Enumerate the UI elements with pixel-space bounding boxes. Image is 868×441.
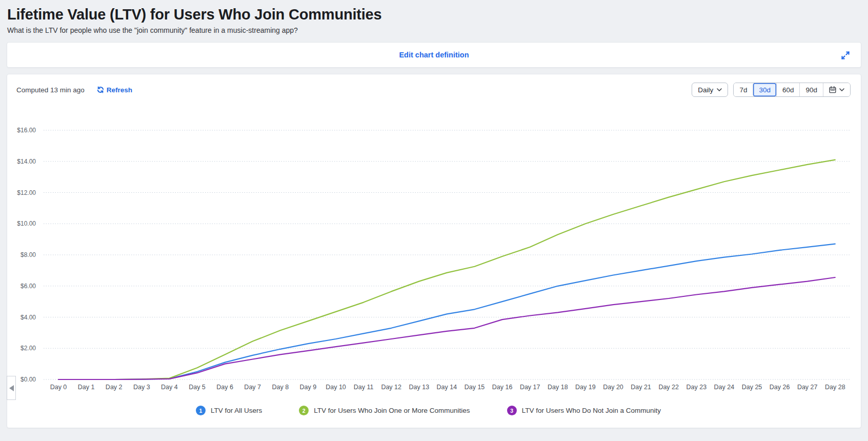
edit-chart-definition-link[interactable]: Edit chart definition [399,51,469,59]
svg-text:$10.00: $10.00 [17,220,36,227]
svg-text:$16.00: $16.00 [17,127,36,134]
svg-text:Day 7: Day 7 [244,384,261,391]
svg-text:Day 15: Day 15 [465,384,485,391]
svg-text:Day 4: Day 4 [161,384,178,391]
chevron-down-icon [839,88,844,91]
refresh-label: Refresh [107,86,132,94]
chart-header: Computed 13 min ago Refresh Daily [16,83,851,97]
chart-status: Computed 13 min ago Refresh [16,86,132,94]
page: Lifetime Value (LTV) for Users Who Join … [0,6,868,441]
legend-label: LTV for Users Who Do Not Join a Communit… [522,407,661,414]
svg-text:Day 1: Day 1 [78,384,95,391]
svg-text:Day 2: Day 2 [106,384,123,391]
svg-text:Day 19: Day 19 [575,384,596,391]
svg-text:Day 23: Day 23 [686,384,706,391]
svg-text:Day 14: Day 14 [437,384,457,391]
range-60d-button[interactable]: 60d [776,83,800,96]
chart-legend: 1 LTV for All Users 2 LTV for Users Who … [196,406,661,415]
legend-label: LTV for All Users [211,407,262,414]
date-range-picker: 7d 30d 60d 90d [733,83,851,97]
svg-text:Day 18: Day 18 [548,384,568,391]
svg-text:Day 27: Day 27 [797,384,818,391]
svg-text:Day 6: Day 6 [216,384,233,391]
granularity-dropdown[interactable]: Daily [692,83,728,97]
svg-text:$0.00: $0.00 [21,376,36,383]
expand-chart-button[interactable] [840,50,851,61]
legend-item-all-users[interactable]: 1 LTV for All Users [196,406,262,415]
svg-text:$6.00: $6.00 [21,283,36,290]
svg-text:Day 11: Day 11 [354,384,374,391]
svg-text:$8.00: $8.00 [21,251,36,258]
refresh-icon [97,86,104,93]
svg-text:Day 0: Day 0 [50,384,67,391]
svg-text:$2.00: $2.00 [21,345,36,352]
ltv-line-chart: $16.00$14.00$12.00$10.00$8.00$6.00$4.00$… [7,74,861,429]
svg-text:Day 17: Day 17 [520,384,540,391]
svg-text:$4.00: $4.00 [21,314,36,321]
svg-text:Day 16: Day 16 [492,384,513,391]
svg-text:Day 13: Day 13 [409,384,429,391]
svg-text:Day 21: Day 21 [631,384,651,391]
granularity-value: Daily [698,86,713,94]
svg-text:Day 12: Day 12 [381,384,401,391]
range-7d-button[interactable]: 7d [734,83,753,96]
legend-label: LTV for Users Who Join One or More Commu… [314,407,470,414]
chart-controls: Daily 7d 30d 60d 90d [692,83,851,97]
legend-item-joiners[interactable]: 2 LTV for Users Who Join One or More Com… [299,406,470,415]
series-3-badge: 3 [507,406,517,415]
svg-text:$12.00: $12.00 [17,189,36,196]
svg-text:Day 28: Day 28 [825,384,845,391]
svg-text:Day 9: Day 9 [300,384,317,391]
page-title: Lifetime Value (LTV) for Users Who Join … [7,6,861,23]
chart-card: $16.00$14.00$12.00$10.00$8.00$6.00$4.00$… [7,74,861,428]
svg-text:Day 5: Day 5 [189,384,206,391]
svg-text:Day 20: Day 20 [603,384,623,391]
range-90d-button[interactable]: 90d [799,83,823,96]
series-2-badge: 2 [299,406,309,415]
svg-text:Day 22: Day 22 [658,384,679,391]
svg-text:Day 24: Day 24 [714,384,735,391]
collapse-panel-handle[interactable] [7,376,16,400]
legend-item-non-joiners[interactable]: 3 LTV for Users Who Do Not Join a Commun… [507,406,661,415]
svg-text:Day 8: Day 8 [272,384,289,391]
svg-text:Day 3: Day 3 [133,384,150,391]
left-triangle-icon [9,385,14,391]
computed-timestamp: Computed 13 min ago [16,86,85,94]
expand-diagonal-icon [841,51,850,60]
svg-text:$14.00: $14.00 [17,158,36,165]
refresh-button[interactable]: Refresh [97,86,132,94]
edit-chart-bar: Edit chart definition [7,42,861,68]
svg-text:Day 25: Day 25 [742,384,762,391]
calendar-icon [829,86,836,93]
page-subtitle: What is the LTV for people who use the "… [7,26,861,34]
custom-date-range-button[interactable] [823,83,850,96]
svg-text:Day 26: Day 26 [770,384,790,391]
chevron-down-icon [717,88,722,91]
series-1-badge: 1 [196,406,206,415]
svg-text:Day 10: Day 10 [326,384,346,391]
range-30d-button[interactable]: 30d [753,83,776,96]
